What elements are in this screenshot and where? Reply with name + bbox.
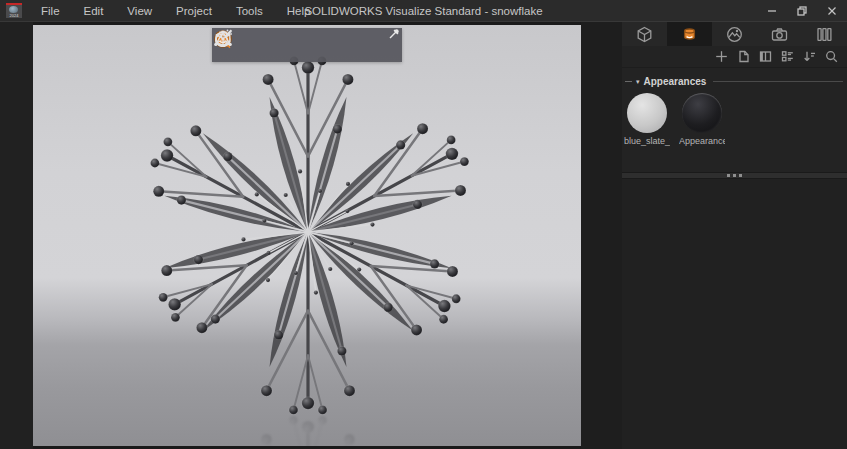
menu-file[interactable]: File [30,2,71,20]
turntable-icon[interactable] [324,33,346,57]
left-dock-strip [0,22,33,449]
search-icon[interactable] [825,50,838,63]
palette-panel: ▾ Appearances blue_slate_fl... Appearanc… [622,22,847,449]
pivot-icon[interactable] [296,33,318,57]
denoiser-brain-icon[interactable] [240,33,262,57]
tab-cameras[interactable] [757,22,802,46]
snowflake-render [33,25,581,446]
menu-edit[interactable]: Edit [73,2,115,20]
panel-lower-empty [622,179,847,449]
window-controls [757,0,847,21]
appearances-section-header[interactable]: ▾ Appearances [622,74,847,88]
titlebar: 2024 FileEditViewProjectToolsHelp SOLIDW… [0,0,847,22]
section-drag-handle [625,81,632,82]
app-logo-icon[interactable]: 2024 [6,3,22,18]
close-button[interactable] [817,0,847,22]
swatch-label: blue_slate_fl... [624,136,670,146]
dock-gap [581,22,622,449]
tab-files[interactable] [802,22,847,46]
app-window: 2024 FileEditViewProjectToolsHelp SOLIDW… [0,0,847,449]
app-logo-year: 2024 [10,13,19,18]
palette-spacer [622,146,847,172]
minimize-button[interactable] [757,0,787,22]
tab-models[interactable] [622,22,667,46]
apply-appearance-icon[interactable] [268,33,290,57]
appearance-swatch[interactable]: Appearance [679,93,725,146]
main-area: ▾ Appearances blue_slate_fl... Appearanc… [0,22,847,449]
section-rule [713,81,843,82]
material-sphere-preview[interactable] [627,93,667,133]
menubar: FileEditViewProjectToolsHelp [30,2,321,20]
tab-appearances[interactable] [667,22,712,46]
palette-toolbar [622,46,847,68]
sort-icon[interactable] [803,50,816,63]
menu-tools[interactable]: Tools [225,2,274,20]
material-sphere-preview[interactable] [682,93,722,133]
menu-project[interactable]: Project [165,2,223,20]
menu-view[interactable]: View [116,2,163,20]
panel-splitter[interactable] [622,172,847,179]
app-logo-globe [9,6,18,13]
restore-button[interactable] [787,0,817,22]
columns-icon[interactable] [759,50,772,63]
object-move-icon[interactable] [352,33,374,57]
collapse-caret-icon[interactable]: ▾ [636,78,640,85]
viewport-floating-toolbar [212,28,402,62]
add-icon[interactable] [715,50,728,63]
palette-tabs [622,22,847,46]
swatch-label: Appearance [679,136,725,146]
import-icon[interactable] [737,50,750,63]
appearance-swatch[interactable]: blue_slate_fl... [624,93,670,146]
appearance-swatches: blue_slate_fl... Appearance [622,88,847,146]
pin-icon[interactable] [388,28,400,40]
3d-viewport[interactable] [33,25,581,446]
section-title: Appearances [644,76,707,87]
tab-environments[interactable] [712,22,757,46]
menu-help[interactable]: Help [276,2,322,20]
display-icon[interactable] [781,50,794,63]
